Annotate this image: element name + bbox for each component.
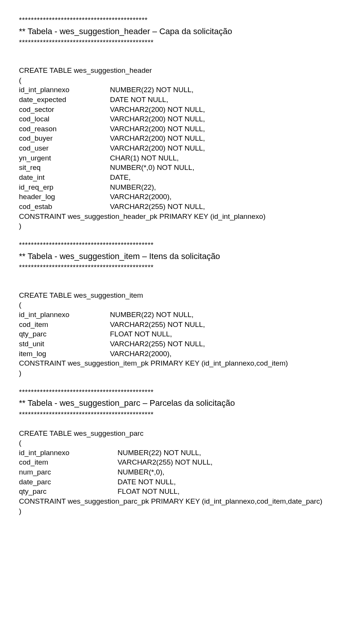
column-type: CHAR(1) NOT NULL, <box>110 153 345 163</box>
create-stmt-3: CREATE TABLE wes_suggestion_parc <box>19 429 345 438</box>
column-name: sit_req <box>19 163 110 173</box>
column-name: cod_item <box>19 320 110 330</box>
column-type: VARCHAR2(255) NOT NULL, <box>110 202 345 212</box>
column-type: NUMBER(*,0), <box>118 467 345 477</box>
column-def: id_int_plannexo NUMBER(22) NOT NULL, <box>19 85 345 95</box>
paren-open-3: ( <box>19 438 345 448</box>
create-stmt-2: CREATE TABLE wes_suggestion_item <box>19 291 345 300</box>
column-def: cod_estabVARCHAR2(255) NOT NULL, <box>19 202 345 212</box>
column-def: date_intDATE, <box>19 173 345 182</box>
column-def: yn_urgent CHAR(1) NOT NULL, <box>19 153 345 163</box>
separator-top-2: ****************************************… <box>19 240 345 250</box>
paren-close-1: ) <box>19 221 345 231</box>
column-def: cod_localVARCHAR2(200) NOT NULL, <box>19 114 345 124</box>
column-name: id_int_plannexo <box>19 310 110 320</box>
column-type: DATE NOT NULL, <box>118 477 345 487</box>
column-name: yn_urgent <box>19 153 110 163</box>
column-name: cod_item <box>19 457 118 467</box>
column-type: VARCHAR2(255) NOT NULL, <box>110 339 345 349</box>
column-type: VARCHAR2(200) NOT NULL, <box>110 114 345 124</box>
section-title-2: ** Tabela - wes_suggestion_item – Itens … <box>19 251 345 262</box>
column-type: NUMBER(22) NOT NULL, <box>110 310 345 320</box>
column-name: id_int_plannexo <box>19 448 118 458</box>
column-name: std_unit <box>19 339 110 349</box>
separator-bottom-3: ****************************************… <box>19 410 345 419</box>
column-def: cod_reasonVARCHAR2(200) NOT NULL, <box>19 124 345 134</box>
column-def: sit_reqNUMBER(*,0) NOT NULL, <box>19 163 345 173</box>
column-type: VARCHAR2(200) NOT NULL, <box>110 105 345 115</box>
column-type: DATE, <box>110 173 345 182</box>
constraint-3: CONSTRAINT wes_suggestion_parc_pk PRIMAR… <box>19 496 345 506</box>
constraint-2: CONSTRAINT wes_suggestion_item_pk PRIMAR… <box>19 358 345 368</box>
column-def: header_logVARCHAR2(2000), <box>19 192 345 202</box>
column-def: cod_itemVARCHAR2(255) NOT NULL, <box>19 457 345 467</box>
paren-open-2: ( <box>19 300 345 310</box>
column-name: cod_reason <box>19 124 110 134</box>
column-name: cod_user <box>19 143 110 153</box>
column-def: date_expectedDATE NOT NULL, <box>19 95 345 105</box>
column-def: cod_sectorVARCHAR2(200) NOT NULL, <box>19 105 345 115</box>
column-type: NUMBER(22) NOT NULL, <box>110 85 345 95</box>
column-def: id_int_plannexoNUMBER(22) NOT NULL, <box>19 448 345 458</box>
column-name: cod_estab <box>19 202 110 212</box>
column-type: NUMBER(22), <box>110 182 345 192</box>
separator-top-1: ****************************************… <box>19 15 345 25</box>
column-name: num_parc <box>19 467 118 477</box>
column-def: qty_parc FLOAT NOT NULL, <box>19 329 345 339</box>
section-title-1: ** Tabela - wes_suggestion_header – Capa… <box>19 26 345 37</box>
paren-close-2: ) <box>19 368 345 378</box>
column-def: num_parcNUMBER(*,0), <box>19 467 345 477</box>
section-title-3: ** Tabela - wes_suggestion_parc – Parcel… <box>19 397 345 409</box>
column-type: DATE NOT NULL, <box>110 95 345 105</box>
column-type: VARCHAR2(2000), <box>110 349 345 359</box>
column-type: VARCHAR2(255) NOT NULL, <box>110 320 345 330</box>
column-type: VARCHAR2(200) NOT NULL, <box>110 143 345 153</box>
column-name: date_parc <box>19 477 118 487</box>
column-type: FLOAT NOT NULL, <box>110 329 345 339</box>
separator-bottom-1: ****************************************… <box>19 38 345 47</box>
column-name: date_expected <box>19 95 110 105</box>
column-name: header_log <box>19 192 110 202</box>
column-def: cod_userVARCHAR2(200) NOT NULL, <box>19 143 345 153</box>
column-type: NUMBER(22) NOT NULL, <box>118 448 345 458</box>
paren-open-1: ( <box>19 75 345 85</box>
column-type: VARCHAR2(255) NOT NULL, <box>118 457 345 467</box>
separator-top-3: ****************************************… <box>19 387 345 397</box>
column-name: date_int <box>19 173 110 182</box>
constraint-1: CONSTRAINT wes_suggestion_header_pk PRIM… <box>19 212 345 221</box>
column-name: cod_local <box>19 114 110 124</box>
column-type: VARCHAR2(200) NOT NULL, <box>110 124 345 134</box>
separator-bottom-2: ****************************************… <box>19 262 345 272</box>
column-def: id_req_erpNUMBER(22), <box>19 182 345 192</box>
column-name: qty_parc <box>19 487 118 496</box>
column-def: item_logVARCHAR2(2000), <box>19 349 345 359</box>
column-def: date_parcDATE NOT NULL, <box>19 477 345 487</box>
column-def: cod_itemVARCHAR2(255) NOT NULL, <box>19 320 345 330</box>
column-def: id_int_plannexoNUMBER(22) NOT NULL, <box>19 310 345 320</box>
paren-close-3: ) <box>19 506 345 516</box>
column-type: NUMBER(*,0) NOT NULL, <box>110 163 345 173</box>
column-type: VARCHAR2(2000), <box>110 192 345 202</box>
column-type: VARCHAR2(200) NOT NULL, <box>110 134 345 143</box>
column-type: FLOAT NOT NULL, <box>118 487 345 496</box>
create-stmt-1: CREATE TABLE wes_suggestion_header <box>19 66 345 75</box>
column-name: id_req_erp <box>19 182 110 192</box>
column-name: qty_parc <box>19 329 110 339</box>
column-name: item_log <box>19 349 110 359</box>
column-name: id_int_plannexo <box>19 85 110 95</box>
column-name: cod_sector <box>19 105 110 115</box>
column-def: std_unitVARCHAR2(255) NOT NULL, <box>19 339 345 349</box>
column-name: cod_buyer <box>19 134 110 143</box>
column-def: qty_parcFLOAT NOT NULL, <box>19 487 345 496</box>
column-def: cod_buyerVARCHAR2(200) NOT NULL, <box>19 134 345 143</box>
